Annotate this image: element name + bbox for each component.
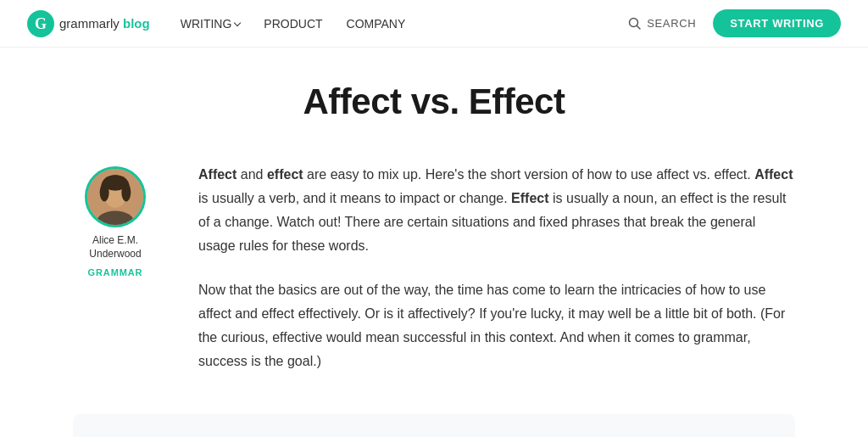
- article-paragraph-2: Now that the basics are out of the way, …: [198, 278, 795, 373]
- cta-box: Confused about affect and effect? Gramma…: [73, 414, 795, 437]
- article-body: Alice E.M. Underwood GRAMMAR Affect and …: [73, 163, 795, 373]
- article-paragraph-1: Affect and effect are easy to mix up. He…: [198, 163, 795, 258]
- author-avatar-image: [87, 169, 143, 225]
- nav-company-link[interactable]: COMPANY: [347, 17, 406, 31]
- navbar: G grammarly blog WRITING PRODUCT COMPANY…: [0, 0, 868, 48]
- article-text: Affect and effect are easy to mix up. He…: [198, 163, 795, 373]
- author-name: Alice E.M. Underwood: [73, 234, 158, 261]
- search-icon: [628, 17, 642, 31]
- svg-line-3: [637, 25, 641, 29]
- search-label: SEARCH: [647, 17, 696, 30]
- svg-point-10: [103, 175, 127, 190]
- search-area[interactable]: SEARCH: [628, 17, 696, 31]
- author-category: GRAMMAR: [88, 267, 143, 277]
- author-sidebar: Alice E.M. Underwood GRAMMAR: [73, 163, 158, 277]
- nav-right: SEARCH START WRITING: [628, 9, 841, 37]
- writing-chevron-icon: [234, 19, 241, 25]
- nav-writing-link[interactable]: WRITING: [181, 17, 241, 31]
- logo-link[interactable]: G grammarly blog: [27, 10, 150, 37]
- grammarly-logo-icon: G: [27, 10, 54, 37]
- svg-text:G: G: [35, 15, 47, 32]
- author-avatar: [85, 166, 146, 227]
- nav-product-link[interactable]: PRODUCT: [264, 17, 322, 31]
- logo-blog-text: blog: [123, 16, 150, 31]
- article-title: Affect vs. Effect: [73, 81, 795, 122]
- nav-links: WRITING PRODUCT COMPANY: [181, 17, 629, 31]
- logo-text: grammarly blog: [59, 16, 150, 31]
- page-wrapper: Affect vs. Effect: [53, 48, 815, 437]
- start-writing-button[interactable]: START WRITING: [713, 9, 841, 37]
